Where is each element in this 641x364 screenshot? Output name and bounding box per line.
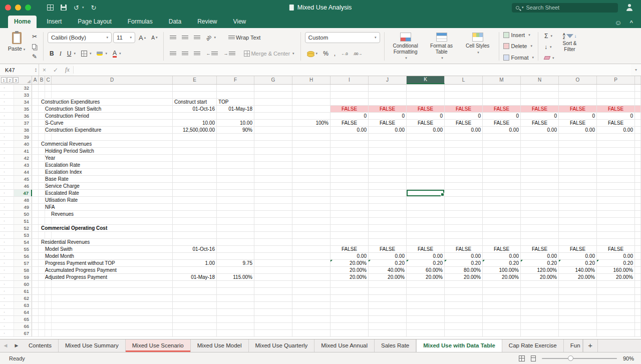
cell-G59[interactable] [254, 274, 292, 280]
cell-I67[interactable] [331, 330, 369, 336]
cell-E51[interactable] [173, 218, 217, 224]
column-header-L[interactable]: L [445, 76, 483, 84]
cell-G44[interactable] [254, 169, 292, 175]
cell-K53[interactable] [407, 232, 445, 238]
normal-view-icon[interactable] [519, 355, 525, 361]
cell-J34[interactable] [369, 99, 407, 105]
cell-L33[interactable] [445, 92, 483, 98]
cell-J63[interactable] [369, 302, 407, 308]
sheet-tab-mixed-use-summary[interactable]: Mixed Use Summary [59, 339, 126, 352]
cells-A-D-row-60[interactable] [32, 281, 173, 287]
cell-L48[interactable] [445, 197, 483, 203]
cell-O36[interactable]: 0 [559, 113, 597, 119]
cell-P33[interactable] [597, 92, 635, 98]
cell-O52[interactable] [559, 225, 597, 231]
cell-O43[interactable] [559, 162, 597, 168]
font-size-select[interactable]: 11 ▾ [113, 32, 135, 43]
cell-M36[interactable]: 0 [483, 113, 521, 119]
sort-filter-button[interactable]: AZ ↓ Sort & Filter [558, 31, 581, 52]
cell-E60[interactable] [173, 281, 217, 287]
cell-N59[interactable]: 20.00% [521, 274, 559, 280]
cell-J36[interactable]: 0 [369, 113, 407, 119]
cell-E52[interactable] [173, 225, 217, 231]
cell-H32[interactable] [292, 85, 331, 91]
cell-F49[interactable] [217, 204, 254, 210]
cell-M45[interactable] [483, 176, 521, 182]
cells-A-D-row-46[interactable]: Service Charge [32, 183, 173, 189]
cell-G54[interactable] [254, 239, 292, 245]
search-input[interactable]: ▾ Search Sheet [512, 3, 618, 13]
cell-J32[interactable] [369, 85, 407, 91]
cell-F37[interactable]: 10.00 [217, 120, 254, 126]
cell-K56[interactable]: 0.00 [407, 253, 445, 259]
cell-H59[interactable] [292, 274, 331, 280]
cell-K43[interactable] [407, 162, 445, 168]
cells-A-D-row-37[interactable]: S-Curve [32, 120, 173, 126]
cell-F66[interactable] [217, 323, 254, 329]
row-header-52[interactable]: 52 [14, 225, 32, 231]
cell-E35[interactable]: 01-Oct-16 [173, 106, 217, 112]
cell-M60[interactable] [483, 281, 521, 287]
cell-L50[interactable] [445, 211, 483, 217]
cell-I49[interactable] [331, 204, 369, 210]
row-header-58[interactable]: 58 [14, 267, 32, 273]
cell-P65[interactable] [597, 316, 635, 322]
row-header-41[interactable]: 41 [14, 148, 32, 154]
cell-F65[interactable] [217, 316, 254, 322]
cell-G37[interactable] [254, 120, 292, 126]
cell-L37[interactable]: FALSE [445, 120, 483, 126]
cell-F63[interactable] [217, 302, 254, 308]
cell-I57[interactable]: 20.00% [331, 260, 369, 266]
cell-K46[interactable] [407, 183, 445, 189]
cell-M58[interactable]: 100.00% [483, 267, 521, 273]
cell-H33[interactable] [292, 92, 331, 98]
cell-H56[interactable] [292, 253, 331, 259]
cell-P62[interactable] [597, 295, 635, 301]
sheet-tab-cap-rate-exercise[interactable]: Cap Rate Exercise [502, 339, 564, 352]
grid-corner[interactable]: 1 2 3 ◢ [0, 76, 32, 84]
cell-K66[interactable] [407, 323, 445, 329]
cell-P34[interactable] [597, 99, 635, 105]
ribbon-tab-formulas[interactable]: Formulas [122, 16, 159, 28]
cell-O48[interactable] [559, 197, 597, 203]
cell-P35[interactable]: FALSE [597, 106, 635, 112]
cell-L40[interactable] [445, 141, 483, 147]
cell-J44[interactable] [369, 169, 407, 175]
zoom-slider[interactable] [542, 355, 617, 362]
cell-N41[interactable] [521, 148, 559, 154]
table-icon[interactable] [47, 5, 54, 11]
cell-I63[interactable] [331, 302, 369, 308]
cell-K42[interactable] [407, 155, 445, 161]
cell-J38[interactable]: 0.00 [369, 127, 407, 133]
cell-J54[interactable] [369, 239, 407, 245]
cell-J41[interactable] [369, 148, 407, 154]
cell-G36[interactable] [254, 113, 292, 119]
cell-M63[interactable] [483, 302, 521, 308]
cell-N43[interactable] [521, 162, 559, 168]
row-header-53[interactable]: 53 [14, 232, 32, 238]
cell-L49[interactable] [445, 204, 483, 210]
cell-M44[interactable] [483, 169, 521, 175]
cell-I59[interactable]: 20.00% [331, 274, 369, 280]
font-name-select[interactable]: Calibri (Body) ▾ [48, 32, 112, 43]
format-cells-button[interactable]: Format [503, 54, 534, 62]
cell-L59[interactable]: 20.00% [445, 274, 483, 280]
cell-L39[interactable] [445, 134, 483, 140]
cell-J52[interactable] [369, 225, 407, 231]
row-header-66[interactable]: 66 [14, 323, 32, 329]
cell-O33[interactable] [559, 92, 597, 98]
cell-O34[interactable] [559, 99, 597, 105]
cell-F60[interactable] [217, 281, 254, 287]
cells-A-D-row-57[interactable]: Progress Payment without TOP [32, 260, 173, 266]
cell-H58[interactable] [292, 267, 331, 273]
cell-E37[interactable]: 10.00 [173, 120, 217, 126]
align-middle-button[interactable] [180, 35, 190, 41]
cell-H45[interactable] [292, 176, 331, 182]
column-header-C[interactable]: C [45, 76, 52, 84]
row-header-42[interactable]: 42 [14, 155, 32, 161]
cell-F61[interactable] [217, 288, 254, 294]
cell-E32[interactable] [173, 85, 217, 91]
cell-J37[interactable]: FALSE [369, 120, 407, 126]
cell-M53[interactable] [483, 232, 521, 238]
increase-indent-button[interactable]: → [221, 50, 237, 57]
